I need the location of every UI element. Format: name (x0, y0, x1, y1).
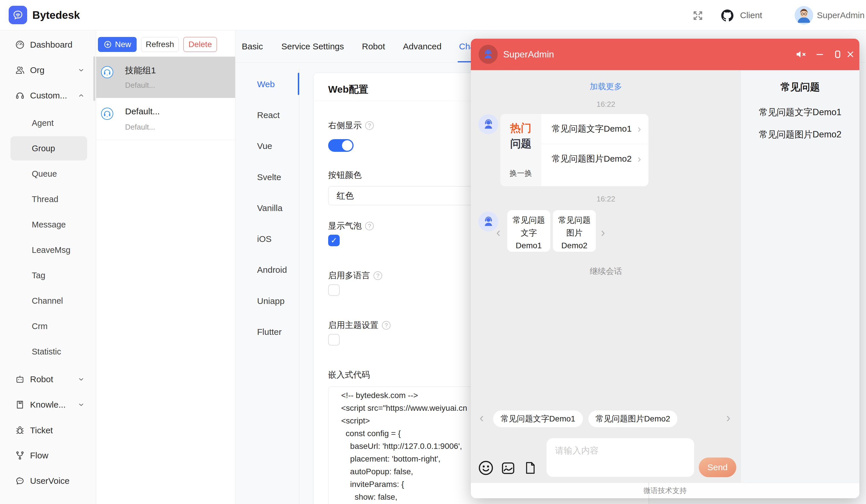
right-show-toggle-on[interactable] (328, 139, 354, 152)
chat-demo-window: SuperAdmin 加载更多 16:22 热门 (471, 39, 859, 498)
refresh-button[interactable]: Refresh (141, 37, 179, 52)
help-icon[interactable] (374, 271, 382, 280)
subnav-ios[interactable]: iOS (257, 233, 271, 245)
help-icon[interactable] (365, 222, 374, 230)
sidebar-item-label: Statistic (32, 347, 61, 356)
timestamp: 16:22 (471, 100, 741, 109)
send-button[interactable]: Send (699, 458, 736, 477)
subnav-flutter[interactable]: Flutter (257, 325, 282, 338)
github-icon[interactable] (721, 9, 734, 22)
sidebar-item-ticket[interactable]: Ticket (0, 418, 96, 443)
sidebar-item-uservoice[interactable]: UserVoice (0, 469, 96, 493)
sidebar-item-thread[interactable]: Thread (10, 187, 87, 211)
tab-advanced[interactable]: Advanced (403, 30, 441, 62)
hot-question-item[interactable]: 常见问题图片Demo2 › (541, 144, 648, 174)
sidebar-item-customer-service[interactable]: Custom... (0, 83, 96, 108)
sidebar-item-partial[interactable] (0, 499, 96, 504)
subnav-react[interactable]: React (257, 109, 280, 122)
sidebar-item-group[interactable]: Group (10, 136, 87, 160)
group-avatar-icon (101, 107, 114, 121)
chat-input-box[interactable] (546, 438, 694, 477)
sidebar-item-statistic[interactable]: Statistic (10, 340, 87, 364)
client-link[interactable]: Client (740, 0, 762, 30)
minimize-icon[interactable] (813, 48, 826, 61)
sidebar-item-label: Robot (30, 374, 53, 384)
sidebar-item-tag[interactable]: Tag (10, 263, 87, 287)
multilang-checkbox-unchecked[interactable] (328, 284, 340, 296)
sidebar-item-dashboard[interactable]: Dashboard (0, 33, 96, 57)
hot-tag-line1: 热门 (500, 121, 541, 135)
maximize-icon[interactable] (831, 48, 844, 61)
sidebar-scrollbar[interactable] (93, 56, 95, 101)
sidebar-item-knowledge[interactable]: Knowle... (0, 392, 96, 417)
flow-branch-icon (15, 450, 25, 460)
continue-session-link[interactable]: 继续会话 (471, 266, 741, 277)
quick-reply-pill[interactable]: 常见问题文字Demo1 (493, 411, 583, 427)
subnav-label: React (257, 110, 280, 120)
user-avatar[interactable] (795, 6, 813, 24)
subnav-label: Flutter (257, 327, 282, 337)
load-more-link[interactable]: 加载更多 (471, 81, 741, 92)
sidebar-item-flow[interactable]: Flow (0, 443, 96, 468)
subnav-web[interactable]: Web (257, 78, 275, 91)
fullscreen-icon[interactable] (691, 9, 704, 22)
quick-reply-pill[interactable]: 常见问题图片Demo2 (588, 411, 677, 427)
tab-robot[interactable]: Robot (362, 30, 385, 62)
sidebar-item-label: Dashboard (30, 40, 73, 50)
hot-question-item[interactable]: 常见问题文字Demo1 › (541, 114, 648, 144)
hot-question-label: 常见问题图片Demo2 (552, 153, 632, 165)
sidebar-item-queue[interactable]: Queue (10, 162, 87, 186)
quickreply-next-icon[interactable]: › (726, 411, 731, 424)
user-name[interactable]: SuperAdmin (817, 0, 865, 30)
show-bubble-checkbox-checked[interactable]: ✓ (328, 235, 340, 246)
group-list-item-selected[interactable]: 技能组1 Default... (96, 57, 235, 98)
help-icon[interactable] (365, 121, 374, 130)
hot-refresh-button[interactable]: 换一换 (500, 168, 541, 179)
image-icon[interactable] (500, 460, 517, 477)
chat-footer: 微语技术支持 (471, 483, 859, 498)
subnav-svelte[interactable]: Svelte (257, 171, 281, 184)
mute-icon[interactable] (795, 48, 807, 61)
right-show-label: 右侧显示 (328, 120, 374, 131)
subnav-android[interactable]: Android (257, 264, 287, 276)
subnav-label: Vue (257, 141, 272, 151)
tab-basic[interactable]: Basic (242, 30, 263, 62)
file-icon[interactable] (523, 460, 538, 476)
brand-name: Bytedesk (32, 0, 80, 30)
sidebar-item-agent[interactable]: Agent (10, 111, 87, 135)
close-icon[interactable] (844, 48, 857, 61)
quick-reply-label: 常见问题文字Demo1 (501, 413, 575, 424)
faq-panel-item[interactable]: 常见问题图片Demo2 (741, 128, 859, 140)
faq-item-label: 常见问题文字Demo1 (759, 107, 842, 117)
sidebar-item-crm[interactable]: Crm (10, 314, 87, 338)
sidebar-item-org[interactable]: Org (0, 58, 96, 82)
carousel-next-icon[interactable]: › (601, 226, 605, 239)
new-button[interactable]: New (98, 37, 137, 52)
load-more-label: 加载更多 (590, 82, 622, 91)
subnav-uniapp[interactable]: Uniapp (257, 295, 285, 307)
sidebar-item-label: Group (32, 144, 55, 153)
sidebar-item-label: Crm (32, 322, 48, 331)
tab-service-settings[interactable]: Service Settings (281, 30, 344, 62)
group-list-item[interactable]: Default... Default... (96, 98, 235, 140)
emoji-icon[interactable] (477, 459, 495, 477)
button-color-label: 按钮颜色 (328, 170, 362, 181)
faq-card[interactable]: 常见问题 图片 Demo2 (553, 210, 596, 252)
sidebar-item-robot[interactable]: Robot (0, 367, 96, 391)
delete-button[interactable]: Delete (184, 37, 217, 52)
chat-text-input[interactable] (546, 438, 694, 456)
faq-card[interactable]: 常见问题 文字 Demo1 (507, 210, 550, 252)
help-icon[interactable] (382, 321, 390, 330)
subnav-vue[interactable]: Vue (257, 140, 272, 152)
faq-panel-item[interactable]: 常见问题文字Demo1 (741, 106, 859, 118)
chat-title: SuperAdmin (503, 39, 554, 70)
quickreply-prev-icon[interactable]: ‹ (479, 411, 484, 424)
sidebar-item-channel[interactable]: Channel (10, 289, 87, 313)
continue-session-label: 继续会话 (590, 267, 622, 276)
sidebar-item-leavemsg[interactable]: LeaveMsg (10, 238, 87, 262)
subnav-vanilla[interactable]: Vanilla (257, 202, 282, 215)
carousel-prev-icon[interactable]: ‹ (496, 226, 501, 239)
sidebar-item-message[interactable]: Message (10, 213, 87, 237)
faq-panel-title: 常见问题 (741, 81, 859, 94)
theme-checkbox-unchecked[interactable] (328, 334, 340, 345)
